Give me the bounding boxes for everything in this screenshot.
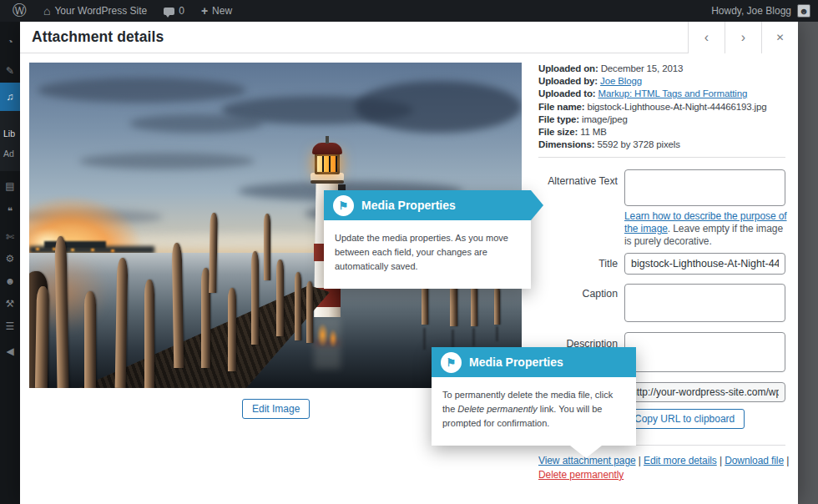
media-properties-tooltip-delete: ⚑ Media Properties To permanently delete…	[432, 347, 636, 446]
uploaded-by-link[interactable]: Joe Blogg	[600, 76, 642, 86]
sidebar-item-library[interactable]: Lib	[3, 129, 15, 139]
alt-text-label: Alternative Text	[538, 175, 618, 187]
tooltip-title: Media Properties	[469, 355, 563, 369]
howdy-label: Howdy, Joe Blogg	[711, 5, 791, 17]
sidebar-item-posts[interactable]: ✎	[0, 65, 20, 77]
caption-field[interactable]	[624, 284, 785, 322]
description-field[interactable]	[624, 332, 785, 372]
tooltip-body: To permanently delete the media file, cl…	[432, 377, 636, 446]
sidebar-collapse-button[interactable]: ◀	[0, 345, 20, 357]
caption-label: Caption	[538, 288, 618, 300]
sidebar-item-settings[interactable]: ☰	[0, 320, 20, 332]
media-submenu	[0, 111, 20, 171]
copy-url-button[interactable]: Copy URL to clipboard	[624, 409, 745, 429]
sidebar-item-dashboard[interactable]: ◔	[0, 36, 20, 48]
title-label: Title	[538, 258, 618, 270]
comments-count: 0	[179, 5, 184, 17]
sidebar-item-media[interactable]: ♫	[0, 91, 20, 103]
wordpress-logo-icon[interactable]: Ⓦ	[7, 0, 33, 22]
modal-title: Attachment details	[32, 28, 164, 46]
next-attachment-button[interactable]: ›	[725, 22, 761, 53]
admin-sidebar: ◔ ✎ ♫ Lib Ad ▤ ❝ ✄ ⚙ ☻ ⚒ ☰ ◀	[0, 22, 20, 504]
avatar: ☻	[797, 4, 810, 18]
sidebar-item-users[interactable]: ☻	[0, 275, 20, 287]
delete-permanently-link[interactable]: Delete permanently	[538, 469, 624, 481]
new-content-button[interactable]: + New	[195, 0, 238, 22]
tooltip-header: ⚑ Media Properties	[324, 190, 531, 220]
edit-more-details-link[interactable]: Edit more details	[644, 455, 717, 466]
alt-text-field[interactable]	[624, 169, 785, 206]
site-name-label: Your WordPress Site	[54, 5, 147, 17]
previous-attachment-button[interactable]: ‹	[688, 22, 725, 53]
flag-icon: ⚑	[333, 195, 354, 216]
meta-file-type: File type: image/jpeg	[538, 113, 789, 126]
media-properties-tooltip-fields: ⚑ Media Properties Update the media prop…	[324, 190, 531, 289]
new-label: New	[212, 5, 232, 17]
divider	[538, 157, 785, 158]
comments-icon	[164, 8, 174, 15]
uploaded-to-link[interactable]: Markup: HTML Tags and Formatting	[598, 88, 748, 98]
plus-icon: +	[201, 4, 208, 18]
sidebar-item-appearance[interactable]: ✄	[0, 231, 20, 243]
meta-dimensions: Dimensions: 5592 by 3728 pixels	[538, 139, 789, 151]
edit-image-container: Edit Image	[242, 399, 310, 419]
modal-backdrop	[798, 22, 818, 504]
meta-uploaded-on: Uploaded on: December 15, 2013	[538, 63, 789, 75]
tooltip-italic: Delete permanently	[457, 404, 537, 414]
lighthouse-dome	[312, 143, 342, 154]
close-icon[interactable]: ✕	[761, 22, 798, 53]
sidebar-item-pages[interactable]: ▤	[0, 180, 20, 192]
file-url-field[interactable]	[624, 382, 785, 402]
edit-image-button[interactable]: Edit Image	[242, 399, 310, 419]
flag-icon: ⚑	[441, 352, 462, 373]
modal-nav: ‹ › ✕	[688, 22, 798, 53]
title-field[interactable]	[624, 253, 785, 275]
admin-bar-left: Ⓦ ⌂ Your WordPress Site 0 + New	[0, 0, 238, 22]
alt-text-help: Learn how to describe the purpose of the…	[624, 210, 791, 248]
account-menu[interactable]: Howdy, Joe Blogg ☻	[711, 4, 818, 18]
tooltip-body: Update the media properties. As you move…	[324, 220, 531, 289]
sidebar-item-tools[interactable]: ⚒	[0, 298, 20, 310]
meta-file-size: File size: 11 MB	[538, 126, 789, 139]
sidebar-item-add-new[interactable]: Ad	[3, 149, 14, 159]
comments-link[interactable]: 0	[158, 0, 190, 22]
download-file-link[interactable]: Download file	[725, 455, 784, 466]
tooltip-title: Media Properties	[361, 199, 456, 212]
site-name-link[interactable]: ⌂ Your WordPress Site	[38, 0, 153, 22]
admin-bar: Ⓦ ⌂ Your WordPress Site 0 + New Howdy, J…	[0, 0, 818, 22]
tooltip-header: ⚑ Media Properties	[432, 347, 636, 377]
attachment-metadata: Uploaded on: December 15, 2013 Uploaded …	[538, 63, 789, 151]
meta-file-name: File name: bigstock-Lighthouse-At-Night-…	[538, 101, 789, 113]
meta-uploaded-to: Uploaded to: Markup: HTML Tags and Forma…	[538, 88, 789, 100]
sidebar-item-plugins[interactable]: ⚙	[0, 253, 20, 265]
modal-header: Attachment details ‹ › ✕	[20, 22, 798, 53]
sidebar-item-comments[interactable]: ❝	[0, 205, 20, 217]
home-icon: ⌂	[43, 4, 50, 18]
meta-uploaded-by: Uploaded by: Joe Blogg	[538, 75, 789, 88]
light-reflection	[317, 324, 328, 346]
